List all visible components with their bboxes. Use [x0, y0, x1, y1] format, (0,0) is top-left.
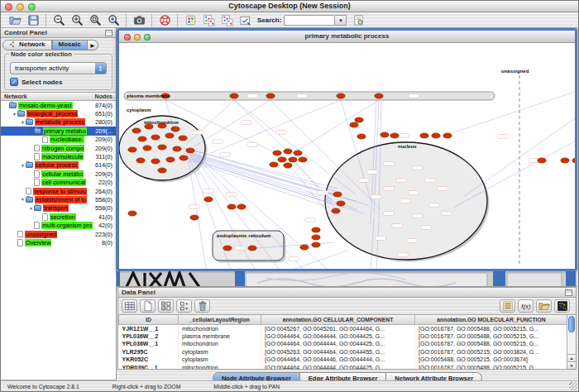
tree-item[interactable]: ▼metabolic process280(0) [1, 118, 116, 127]
select-nodes-checkbox[interactable]: ✓ [10, 78, 18, 86]
tree-item[interactable]: secretion41(0) [1, 213, 116, 221]
tree-item-count: 651(0) [95, 110, 116, 117]
table-scrollbar[interactable]: ▲ ▼ [567, 315, 576, 369]
folder-icon [26, 119, 33, 125]
network-node [158, 145, 166, 150]
resize-grip[interactable] [569, 382, 577, 390]
help-button[interactable] [156, 13, 173, 27]
tree-item-count: 311(0) [95, 153, 116, 160]
file-icon [17, 239, 23, 246]
network-overlay-2-button[interactable] [218, 13, 235, 27]
tree-item[interactable]: Overview8(0) [1, 238, 116, 246]
table-cell: [GO:0005488, GO:0005215, GO:0003674] [415, 356, 568, 364]
toolbar-separator [151, 14, 152, 26]
tree-item[interactable]: nucleobase-209(0) [1, 136, 116, 144]
expand-arrow-icon[interactable]: ▼ [28, 128, 34, 133]
plugins-button[interactable] [182, 13, 199, 27]
tree-item-count: 874(0) [95, 102, 116, 109]
node-color-dropdown[interactable]: transporter activity ▲▼ [10, 62, 107, 74]
expand-arrow-icon[interactable]: ▼ [28, 206, 34, 211]
select-nodes-row: ✓ Select nodes [10, 78, 107, 86]
table-cell: mitochondrion [179, 340, 261, 348]
network-node [151, 159, 160, 164]
tree-item-count: 209(0) [95, 170, 116, 178]
search-input[interactable] [284, 15, 335, 26]
scroll-down-button[interactable]: ▼ [567, 361, 576, 369]
network-node [132, 128, 141, 133]
tree-item[interactable]: cell communicat22(0) [1, 179, 116, 187]
network-node [333, 192, 342, 197]
expand-arrow-icon[interactable]: ▼ [20, 197, 26, 202]
tree-item[interactable]: response to stimulu264(0) [1, 187, 116, 195]
unselect-attributes-button[interactable] [176, 299, 192, 313]
region-label-endoplasmic-reticulum: endoplasmic reticulum [217, 233, 270, 238]
search-dropdown-button[interactable]: ▼ [335, 15, 347, 26]
region-plasma-membrane[interactable] [124, 92, 495, 100]
zoom-fit-button[interactable] [87, 13, 103, 27]
float-panel-icon[interactable] [105, 30, 112, 36]
snapshot-button[interactable] [131, 13, 147, 27]
tree-item[interactable]: ▼biological_process651(0) [1, 109, 116, 117]
tree-item[interactable]: ▼establishment of lo558(0) [1, 195, 116, 203]
expand-arrow-icon[interactable]: ▼ [20, 120, 26, 125]
table-row[interactable]: YPL036W__2plasma membrane[GO:0044464, GO… [119, 332, 568, 341]
attribute-table-button[interactable] [122, 299, 137, 313]
table-row[interactable]: YLR295Ccytoplasm[GO:0045263, GO:0044464,… [119, 348, 568, 356]
attr-list-icon [502, 300, 514, 312]
annotation-icon [239, 14, 251, 26]
function-builder-button[interactable]: f(x) [518, 299, 534, 313]
table-column-header[interactable]: _cellularLayoutRegion [179, 315, 261, 324]
zoom-out-button[interactable] [50, 13, 67, 27]
network-node [312, 242, 320, 247]
table-column-header[interactable]: ID [119, 315, 179, 324]
matrix-view-button[interactable] [554, 299, 570, 313]
attribute-list-button[interactable] [500, 299, 515, 313]
table-row[interactable]: YPL036W__1mitochondrion[GO:0044464, GO:0… [119, 340, 568, 348]
tree-item[interactable]: nitrogen compo209(0) [1, 144, 116, 152]
annotation-button[interactable] [237, 13, 253, 27]
table-row[interactable]: YDR039C__1mitochondrion[GO:0044464, GO:0… [119, 364, 568, 370]
zoom-in-button[interactable] [69, 13, 85, 27]
network-node [186, 148, 194, 153]
import-attributes-button[interactable] [536, 299, 552, 313]
folder-icon [17, 111, 25, 117]
table-row[interactable]: YJR121W__1mitochondrion[GO:0045267, GO:0… [119, 324, 568, 332]
create-attribute-button[interactable] [140, 299, 156, 313]
expand-arrow-icon[interactable]: ▼ [20, 163, 26, 168]
scrollbar-thumb[interactable] [568, 316, 575, 332]
delete-attribute-button[interactable] [194, 299, 210, 313]
table-column-header[interactable]: annotation.GO CELLULAR_COMPONENT [261, 315, 415, 324]
control-panel-header: Control Panel [1, 28, 116, 38]
network-node [312, 235, 320, 240]
tab-network[interactable]: Network [2, 40, 52, 50]
status-text: Welcome to Cytoscape 2.8.1 [7, 384, 79, 390]
table-row[interactable]: YKR052Ccytoplasm[GO:0044464, GO:0044446,… [119, 356, 568, 364]
tree-item[interactable]: macromolecule311(0) [1, 152, 116, 160]
cytoscape-window: Cytoscape Desktop (New Session) Search: … [0, 0, 579, 392]
float-data-panel-icon[interactable] [565, 289, 572, 296]
expand-arrow-icon[interactable]: ▼ [12, 112, 17, 117]
table-column-header[interactable]: annotation.GO MOLECULAR_FUNCTION [415, 315, 568, 324]
new-doc-icon [142, 300, 154, 312]
search-config-button[interactable] [350, 13, 366, 27]
tab-mosaic[interactable]: Mosaic [52, 40, 88, 50]
network-node [166, 157, 175, 162]
zoom-selected-button[interactable] [105, 13, 122, 27]
open-session-button[interactable] [7, 13, 23, 27]
save-session-button[interactable] [25, 13, 41, 27]
file-icon [34, 153, 40, 160]
tree-item[interactable]: multi-organism pro42(0) [1, 221, 116, 229]
tree-item[interactable]: mosaic-demo-yeast874(0) [1, 101, 116, 109]
net-tab-icon [9, 41, 17, 49]
tree-item[interactable]: cellular metabo209(0) [1, 170, 116, 178]
scroll-up-button[interactable]: ▲ [567, 354, 576, 361]
tree-col-network: Network [4, 93, 27, 99]
tree-item[interactable]: unassigned223(0) [1, 230, 116, 238]
tree-item[interactable]: ▼cellular process614(0) [1, 161, 116, 170]
tree-item[interactable]: ▼primary metabo209(... [1, 127, 116, 135]
network-overlay-1-button[interactable] [200, 13, 217, 27]
select-attributes-button[interactable] [158, 299, 174, 313]
network-canvas[interactable]: plasma membranecytoplasmmitochondrionnuc… [119, 43, 575, 269]
tab-overflow-button[interactable]: ▶ [88, 40, 98, 50]
tree-item[interactable]: ▼transport558(0) [1, 204, 116, 213]
